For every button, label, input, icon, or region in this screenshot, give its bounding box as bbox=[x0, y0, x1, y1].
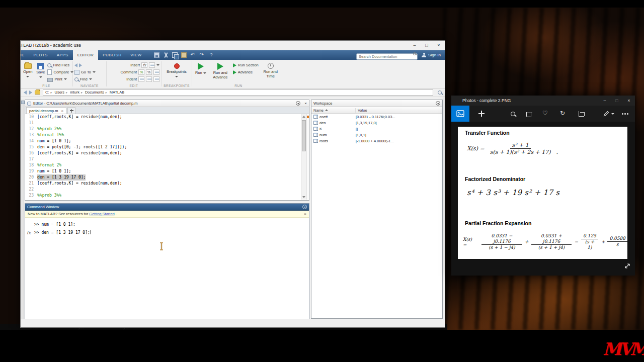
code-line[interactable]: 16 [coeff,roots,K] = residue(num,den); bbox=[25, 150, 309, 156]
panel-close-icon[interactable]: × bbox=[304, 101, 307, 106]
toolstrip-tab[interactable]: EDITOR bbox=[73, 50, 98, 60]
code-line[interactable]: 19 num = [1 0 1]; bbox=[25, 168, 309, 174]
redo-icon[interactable] bbox=[199, 52, 205, 58]
indent-right-icon[interactable] bbox=[153, 76, 159, 82]
paste-icon[interactable] bbox=[181, 52, 187, 58]
add-to-icon[interactable] bbox=[478, 111, 485, 117]
breadcrumb-item[interactable]: C: bbox=[45, 90, 54, 95]
code-line[interactable]: 20 den = [1 3 19 17 0]; bbox=[25, 174, 309, 180]
copy-icon[interactable] bbox=[172, 52, 178, 58]
delete-icon[interactable] bbox=[526, 112, 531, 117]
command-window-body[interactable]: >> num = [1 0 1]; >> den = [1 3 19 17 0]… bbox=[25, 218, 309, 319]
panel-menu-icon[interactable] bbox=[302, 205, 307, 209]
insert-section-icon[interactable] bbox=[149, 62, 155, 68]
favorite-icon[interactable] bbox=[542, 111, 549, 117]
photos-titlebar[interactable]: Photos - complete 2.PNG – □ × bbox=[451, 96, 635, 106]
smart-indent-icon[interactable] bbox=[138, 76, 144, 82]
insert-row[interactable]: Insert fx bbox=[108, 62, 159, 68]
find-button[interactable]: Find bbox=[74, 76, 96, 82]
workspace-row[interactable]: K [] bbox=[311, 126, 442, 132]
print-button[interactable]: Print bbox=[47, 76, 73, 82]
minimize-button[interactable]: – bbox=[409, 41, 421, 50]
code-line[interactable]: 13 %format 1%% bbox=[25, 132, 309, 138]
photo-viewport[interactable]: Transfer Function X(s) = s² + 1 s(s + 1)… bbox=[451, 122, 635, 276]
sign-in-button[interactable]: Sign In bbox=[422, 53, 441, 57]
save-button[interactable]: Save bbox=[35, 61, 46, 83]
run-and-time-button[interactable]: Run and Time bbox=[260, 61, 282, 83]
analyzer-marker[interactable] bbox=[307, 116, 309, 118]
code-line[interactable]: 12 %%prob 2%% bbox=[25, 126, 309, 132]
code-line[interactable]: 10 [coeff,roots,K] = residue(num,den); bbox=[25, 114, 309, 120]
run-button[interactable]: Run bbox=[194, 61, 208, 83]
toolstrip-tab[interactable]: PUBLISH bbox=[98, 50, 126, 60]
breadcrumb[interactable]: C: Users mturk Documents MATLAB bbox=[43, 89, 433, 96]
fullscreen-expand-icon[interactable] bbox=[624, 262, 631, 272]
toolstrip-tab[interactable]: PLOTS bbox=[29, 50, 52, 60]
workspace-column-headers[interactable]: Name Value bbox=[311, 107, 442, 114]
code-line[interactable]: 18 %format 2% bbox=[25, 162, 309, 168]
run-section-button[interactable]: Run Section bbox=[233, 62, 259, 68]
more-options-icon[interactable] bbox=[622, 113, 629, 115]
workspace-row[interactable]: den [1,3,19,17,0] bbox=[311, 120, 442, 126]
toolstrip-tab[interactable]: APPS bbox=[52, 50, 73, 60]
collapsed-panel-strip[interactable] bbox=[21, 100, 24, 319]
crop-icon[interactable] bbox=[579, 111, 584, 117]
panel-menu-icon[interactable] bbox=[296, 101, 300, 106]
code-line[interactable]: 23 %%prob 3%% bbox=[25, 193, 309, 199]
close-button[interactable]: × bbox=[433, 41, 445, 50]
panel-menu-icon[interactable] bbox=[436, 101, 440, 106]
breadcrumb-item[interactable]: Documents bbox=[85, 90, 109, 95]
banner-close-icon[interactable]: × bbox=[304, 212, 306, 216]
nav-back-icon[interactable] bbox=[24, 90, 27, 95]
rotate-icon[interactable] bbox=[560, 111, 567, 117]
editor-panel-header[interactable]: Editor - C:\Users\mturk\Documents\MATLAB… bbox=[25, 100, 309, 107]
breadcrumb-item[interactable]: Users bbox=[55, 90, 69, 95]
search-documentation-input[interactable] bbox=[356, 53, 418, 60]
save-icon[interactable] bbox=[154, 52, 159, 58]
breadcrumb-item[interactable]: mturk bbox=[70, 90, 84, 95]
maximize-button[interactable]: □ bbox=[421, 41, 433, 50]
zoom-icon[interactable] bbox=[511, 112, 515, 116]
uncomment-icon[interactable]: % bbox=[146, 69, 152, 75]
scroll-down-icon[interactable] bbox=[302, 196, 305, 198]
command-window-header[interactable]: Command Window bbox=[25, 204, 309, 211]
nav-forward-icon[interactable] bbox=[29, 90, 32, 95]
compare-button[interactable]: Compare bbox=[47, 69, 73, 75]
open-button[interactable]: Open bbox=[22, 61, 34, 83]
minimize-button[interactable]: – bbox=[599, 96, 611, 106]
code-line[interactable]: 11 bbox=[25, 120, 309, 126]
code-area[interactable]: 10 [coeff,roots,K] = residue(num,den); 1… bbox=[25, 114, 309, 200]
scrollbar-thumb[interactable] bbox=[302, 120, 306, 151]
forward-icon[interactable] bbox=[79, 63, 82, 67]
indent-row[interactable]: Indent bbox=[108, 76, 159, 82]
code-line[interactable]: 21 [coeff,roots,K] = residue(num,den); bbox=[25, 180, 309, 187]
goto-button[interactable]: Go To bbox=[74, 69, 96, 75]
scroll-up-icon[interactable] bbox=[302, 116, 305, 118]
edit-and-create-button[interactable] bbox=[603, 111, 614, 117]
advance-button[interactable]: Advance bbox=[233, 69, 259, 75]
indent-left-icon[interactable] bbox=[146, 76, 152, 82]
editor-vertical-scrollbar[interactable] bbox=[301, 114, 306, 200]
breakpoints-button[interactable]: Breakpoints bbox=[164, 61, 189, 83]
wrap-comments-icon[interactable] bbox=[153, 69, 159, 75]
insert-fx-icon[interactable]: fx bbox=[141, 62, 147, 68]
code-line[interactable]: 14 num = [1 0 1]; bbox=[25, 138, 309, 144]
code-analyzer-strip[interactable] bbox=[306, 114, 309, 200]
new-tab-button[interactable] bbox=[67, 107, 75, 114]
comment-percent-icon[interactable]: % bbox=[138, 69, 144, 75]
code-line[interactable]: 15 den = poly([0; -1; roots([1 2 17])]); bbox=[25, 144, 309, 150]
comment-row[interactable]: Comment % % bbox=[108, 69, 159, 75]
close-button[interactable]: × bbox=[623, 96, 635, 106]
workspace-row[interactable]: coeff [0.0331 - 0.1176i;0.03... bbox=[311, 114, 442, 120]
getting-started-link[interactable]: Getting Started bbox=[89, 212, 114, 216]
fx-function-hint[interactable]: fx bbox=[27, 230, 31, 235]
breadcrumb-item[interactable]: MATLAB bbox=[110, 90, 124, 95]
workspace-header[interactable]: Workspace bbox=[311, 100, 442, 107]
find-files-button[interactable]: Find Files bbox=[47, 62, 73, 68]
tab-close-icon[interactable] bbox=[61, 109, 64, 113]
nav-arrows[interactable] bbox=[74, 62, 96, 68]
code-line[interactable]: 17 bbox=[25, 156, 309, 162]
undo-icon[interactable] bbox=[190, 52, 196, 58]
maximize-button[interactable]: □ bbox=[611, 96, 623, 106]
current-folder-icon[interactable] bbox=[35, 90, 40, 95]
